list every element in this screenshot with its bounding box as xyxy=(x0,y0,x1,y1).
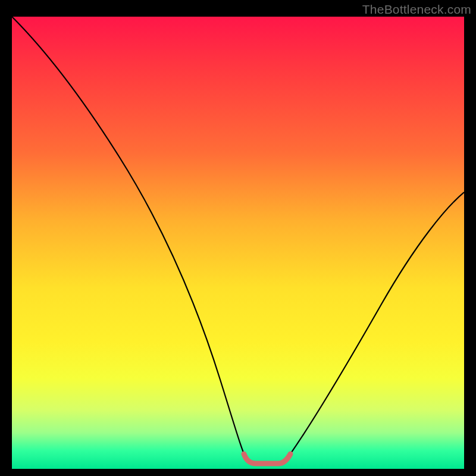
bottleneck-curve xyxy=(12,17,464,464)
watermark-text: TheBottleneck.com xyxy=(362,2,471,17)
highlight-segment xyxy=(244,454,290,464)
chart-curve-layer xyxy=(12,17,464,469)
chart-plot-area xyxy=(12,17,464,469)
